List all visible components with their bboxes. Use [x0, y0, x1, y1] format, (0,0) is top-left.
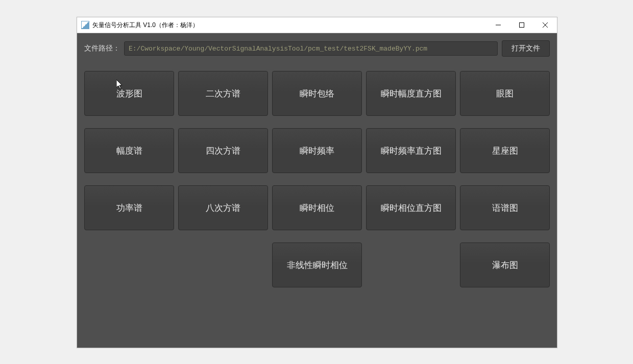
window-controls — [486, 17, 557, 33]
svg-rect-1 — [520, 23, 524, 28]
tile-power-spectrum[interactable]: 功率谱 — [84, 185, 174, 230]
tile-second-spectrum[interactable]: 二次方谱 — [178, 71, 268, 116]
tile-inst-phase[interactable]: 瞬时相位 — [272, 185, 362, 230]
tile-eye-diagram[interactable]: 眼图 — [460, 71, 550, 116]
tile-amplitude-spectrum[interactable]: 幅度谱 — [84, 128, 174, 173]
tile-constellation[interactable]: 星座图 — [460, 128, 550, 173]
tile-fourth-spectrum[interactable]: 四次方谱 — [178, 128, 268, 173]
window-title: 矢量信号分析工具 V1.0（作者：杨洋） — [92, 21, 199, 30]
tile-nonlinear-inst-phase[interactable]: 非线性瞬时相位 — [272, 242, 362, 287]
tile-waterfall[interactable]: 瀑布图 — [460, 242, 550, 287]
open-file-button[interactable]: 打开文件 — [502, 40, 550, 57]
app-window: 矢量信号分析工具 V1.0（作者：杨洋） 文件路径： 打开文件 波形图 二次 — [77, 17, 557, 348]
app-icon — [81, 21, 89, 29]
titlebar: 矢量信号分析工具 V1.0（作者：杨洋） — [77, 17, 557, 33]
tile-eighth-spectrum[interactable]: 八次方谱 — [178, 185, 268, 230]
client-area: 文件路径： 打开文件 波形图 二次方谱 瞬时包络 瞬时幅度直方图 眼图 幅度谱 … — [77, 33, 557, 348]
analysis-grid: 波形图 二次方谱 瞬时包络 瞬时幅度直方图 眼图 幅度谱 四次方谱 瞬时频率 瞬… — [84, 71, 550, 287]
tile-spectrogram[interactable]: 语谱图 — [460, 185, 550, 230]
minimize-button[interactable] — [486, 17, 510, 33]
file-path-label: 文件路径： — [84, 44, 120, 53]
file-path-input[interactable] — [124, 41, 498, 56]
tile-inst-frequency-hist[interactable]: 瞬时频率直方图 — [366, 128, 456, 173]
maximize-button[interactable] — [510, 17, 533, 33]
tile-inst-frequency[interactable]: 瞬时频率 — [272, 128, 362, 173]
close-button[interactable] — [533, 17, 557, 33]
tile-inst-envelope[interactable]: 瞬时包络 — [272, 71, 362, 116]
tile-inst-amplitude-hist[interactable]: 瞬时幅度直方图 — [366, 71, 456, 116]
tile-inst-phase-hist[interactable]: 瞬时相位直方图 — [366, 185, 456, 230]
open-file-button-label: 打开文件 — [512, 44, 540, 53]
file-path-row: 文件路径： 打开文件 — [84, 40, 550, 57]
tile-waveform[interactable]: 波形图 — [84, 71, 174, 116]
